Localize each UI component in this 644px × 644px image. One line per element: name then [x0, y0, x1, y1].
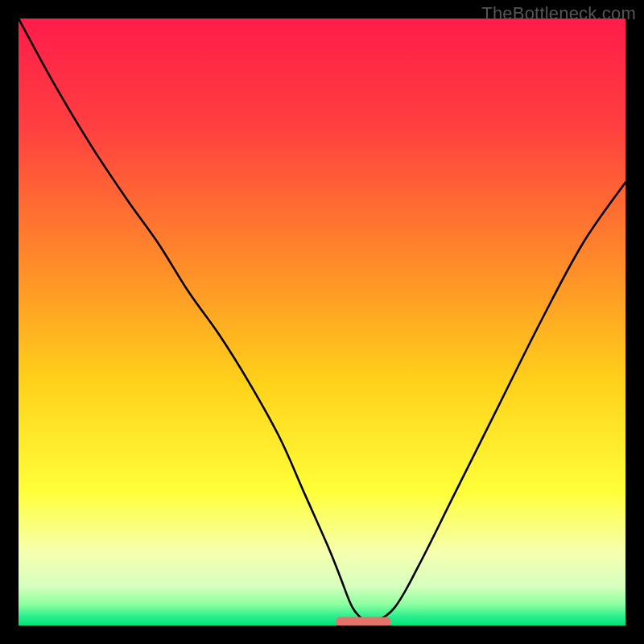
plot-area — [19, 19, 625, 625]
chart-frame: TheBottleneck.com — [0, 0, 644, 644]
optimal-zone-marker — [336, 617, 390, 625]
plot-svg — [19, 19, 625, 625]
watermark-text: TheBottleneck.com — [481, 3, 636, 24]
